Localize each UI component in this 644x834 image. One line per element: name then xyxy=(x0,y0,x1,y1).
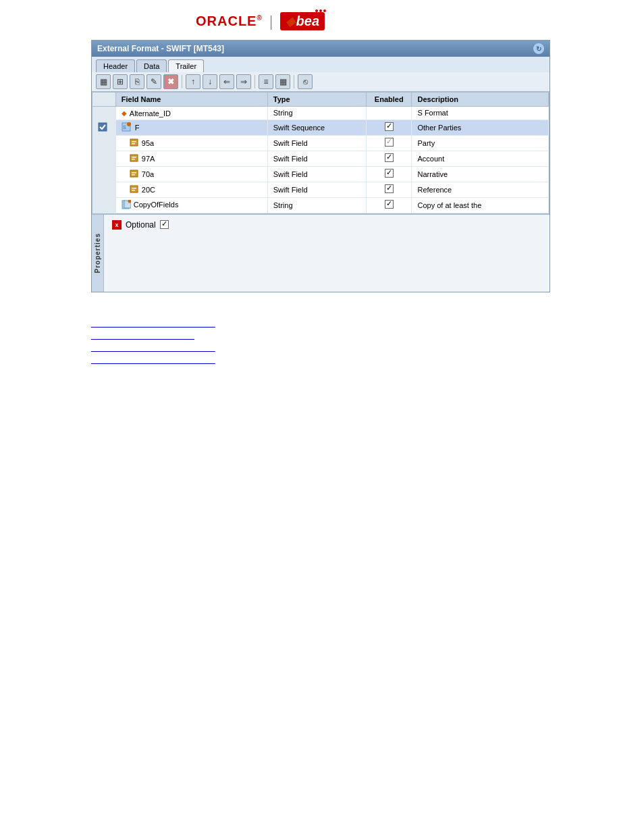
properties-close-btn[interactable]: x xyxy=(112,220,122,230)
table-row[interactable]: 20C Swift Field Reference xyxy=(92,182,549,197)
enabled-checkbox[interactable] xyxy=(385,122,394,131)
toolbar-up-btn[interactable]: ↑ xyxy=(186,74,200,89)
field-icon-wrapper: 20C xyxy=(122,184,155,195)
toolbar-sep-3 xyxy=(294,75,294,88)
field-icon-wrapper: S F xyxy=(122,122,140,133)
row-type: String xyxy=(267,107,366,120)
edit-icon: ✎ xyxy=(151,77,157,86)
enabled-checkbox[interactable] xyxy=(385,200,394,209)
svg-rect-12 xyxy=(132,174,135,176)
enabled-checkbox[interactable] xyxy=(385,153,394,162)
tab-trailer[interactable]: Trailer xyxy=(168,59,204,72)
row-enabled[interactable] xyxy=(367,182,412,197)
properties-spacer xyxy=(112,232,541,286)
toolbar-copy-btn[interactable]: ⎘ xyxy=(130,74,144,89)
toolbar-new-btn[interactable]: ⊞ xyxy=(113,74,128,89)
svg-rect-7 xyxy=(130,155,138,161)
row-selector xyxy=(92,197,115,213)
field-icon-wrapper: CopyOfFields xyxy=(122,200,179,209)
row-selector xyxy=(92,135,115,151)
row-enabled[interactable] xyxy=(367,107,412,120)
row-enabled[interactable] xyxy=(367,135,412,151)
copy-icon: ⎘ xyxy=(135,77,140,86)
toolbar: ▦ ⊞ ⎘ ✎ ✖ ↑ ↓ ⇐ ⇒ ≡ ▦ xyxy=(92,72,549,92)
toolbar-grid-btn[interactable]: ▦ xyxy=(275,74,290,89)
seq-icon: S xyxy=(122,122,131,133)
col-header-enabled[interactable]: Enabled xyxy=(367,93,412,107)
bea-dot-3 xyxy=(323,9,326,12)
enabled-checkbox[interactable] xyxy=(385,169,394,178)
row-type: Swift Sequence xyxy=(267,120,366,135)
optional-checkbox[interactable] xyxy=(160,220,169,229)
row-type: Swift Field xyxy=(267,135,366,151)
table-row[interactable]: 97A Swift Field Account xyxy=(92,151,549,166)
row-enabled[interactable] xyxy=(367,120,412,135)
new-icon: ⊞ xyxy=(117,77,124,86)
link-3[interactable]: ______________________________ xyxy=(91,344,215,352)
logo-area: ORACLE® | ◆ bea xyxy=(0,0,644,40)
svg-rect-14 xyxy=(132,188,136,189)
table-row[interactable]: S F Swift Sequence Other Parties xyxy=(92,120,549,135)
field-icon-svg xyxy=(130,169,139,178)
toolbar-delete-btn[interactable]: ✖ xyxy=(163,74,178,89)
properties-label: Properties xyxy=(94,233,101,273)
tab-data[interactable]: Data xyxy=(136,59,167,72)
row-fieldname: CopyOfFields xyxy=(115,197,267,213)
link-1[interactable]: ______________________________ xyxy=(91,319,215,328)
col-header-type[interactable]: Type xyxy=(267,93,366,107)
enabled-checkbox[interactable] xyxy=(385,138,394,147)
row-description: Other Parties xyxy=(412,120,549,135)
toolbar-edit-btn[interactable]: ✎ xyxy=(146,74,161,89)
table-row[interactable]: CopyOfFields String Copy of at least the xyxy=(92,197,549,213)
title-bar-icon[interactable]: ↻ xyxy=(533,43,544,54)
toolbar-down-btn[interactable]: ↓ xyxy=(203,74,217,89)
table-row[interactable]: 95a Swift Field Party xyxy=(92,135,549,151)
indent xyxy=(130,153,139,164)
optional-label: Optional xyxy=(126,220,156,230)
toolbar-left-btn[interactable]: ⇐ xyxy=(219,74,234,89)
col-header-fieldname[interactable]: Field Name xyxy=(115,93,267,107)
svg-text:S: S xyxy=(123,125,126,130)
delete-icon: ✖ xyxy=(167,77,174,86)
bea-logo: ◆ bea xyxy=(280,12,325,30)
toolbar-right-btn[interactable]: ⇒ xyxy=(236,74,251,89)
down-arrow-icon: ↓ xyxy=(208,77,212,86)
col-header-description[interactable]: Description xyxy=(412,93,549,107)
row-description: Narrative xyxy=(412,166,549,182)
links-area: ______________________________ _________… xyxy=(91,319,644,364)
svg-rect-4 xyxy=(130,139,138,146)
table-area: Field Name Type Enabled Description ◆ Al xyxy=(92,92,549,214)
svg-rect-8 xyxy=(132,157,136,158)
toolbar-save-btn[interactable]: ▦ xyxy=(96,74,111,89)
table-row[interactable]: ◆ Alternate_ID String S Format xyxy=(92,107,549,120)
list-icon: ≡ xyxy=(263,77,268,86)
svg-point-3 xyxy=(127,122,131,126)
row-description: Party xyxy=(412,135,549,151)
toolbar-export-btn[interactable]: ⎋ xyxy=(298,74,313,89)
table-wrapper[interactable]: Field Name Type Enabled Description ◆ Al xyxy=(92,93,549,213)
svg-rect-13 xyxy=(130,186,138,192)
row-enabled[interactable] xyxy=(367,197,412,213)
row-selector xyxy=(92,151,115,166)
window-title: External Format - SWIFT [MT543] xyxy=(97,44,224,53)
field-name-text: CopyOfFields xyxy=(134,201,179,209)
tab-header[interactable]: Header xyxy=(96,59,135,72)
enabled-checkbox[interactable] xyxy=(385,184,394,193)
toolbar-list-btn[interactable]: ≡ xyxy=(259,74,273,89)
row-enabled[interactable] xyxy=(367,151,412,166)
svg-rect-15 xyxy=(132,190,135,191)
row-description: S Format xyxy=(412,107,549,120)
row-type: Swift Field xyxy=(267,151,366,166)
field-name-text: Alternate_ID xyxy=(130,109,171,118)
properties-row: x Optional xyxy=(112,220,541,230)
sequence-icon: S xyxy=(122,122,131,132)
link-2[interactable]: _________________________ xyxy=(91,332,194,340)
row-fieldname: ◆ Alternate_ID xyxy=(115,107,267,120)
link-4[interactable]: ______________________________ xyxy=(91,356,215,364)
field-icon-wrapper: 95a xyxy=(122,138,154,149)
title-bar: External Format - SWIFT [MT543] ↻ xyxy=(92,41,549,57)
field-name-text: 95a xyxy=(142,139,154,147)
table-row[interactable]: 70a Swift Field Narrative xyxy=(92,166,549,182)
row-enabled[interactable] xyxy=(367,166,412,182)
properties-content: x Optional xyxy=(104,215,549,292)
